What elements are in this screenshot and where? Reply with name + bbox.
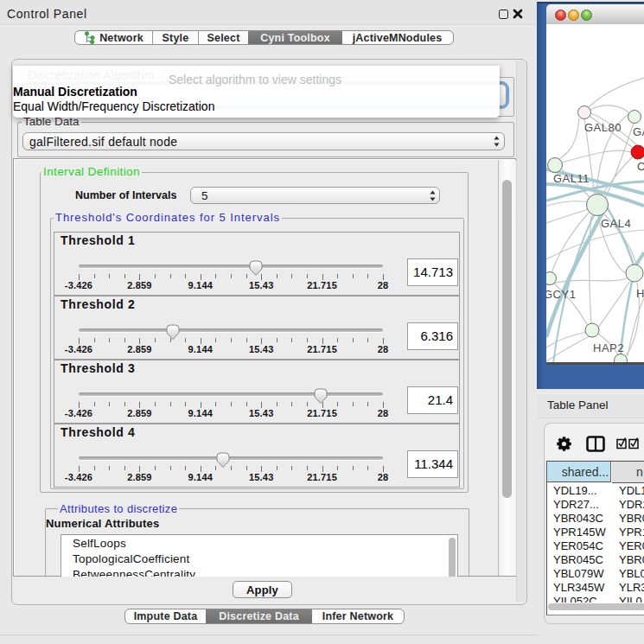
svg-text:HAP2: HAP2 [593, 341, 624, 354]
svg-text:GCY1: GCY1 [546, 288, 576, 301]
svg-text:GA: GA [633, 125, 644, 138]
svg-text:GAL80: GAL80 [584, 121, 622, 134]
svg-text:GAL11: GAL11 [553, 172, 590, 185]
svg-text:C: C [637, 160, 644, 173]
svg-text:GAL4: GAL4 [601, 217, 631, 230]
svg-text:H: H [636, 287, 644, 300]
